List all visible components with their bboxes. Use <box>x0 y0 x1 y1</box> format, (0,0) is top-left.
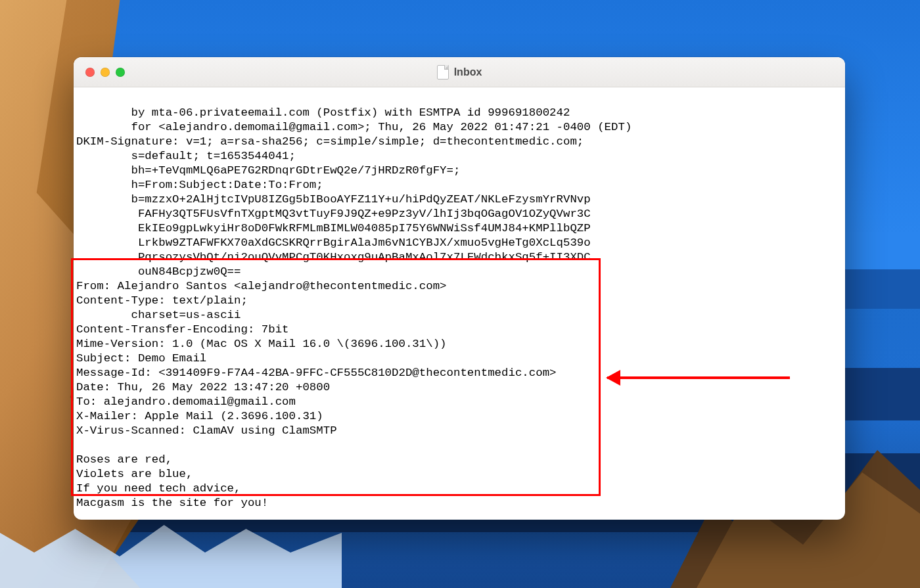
annotation-arrow <box>607 376 790 379</box>
close-button[interactable] <box>85 68 95 77</box>
header-cte: Content-Transfer-Encoding: 7bit <box>76 323 289 336</box>
header-subject: Subject: Demo Email <box>76 352 206 365</box>
window-controls <box>85 68 125 77</box>
header-date: Date: Thu, 26 May 2022 13:47:20 +0800 <box>76 381 330 394</box>
header-dkim-b4: Lrkbw9ZTAFWFKX70aXdGCSKRQrrBgirAlaJm6vN1… <box>76 237 591 249</box>
header-message-id: Message-Id: <391409F9-F7A4-42BA-9FFC-CF5… <box>76 367 557 379</box>
header-dkim-b6: ouN84Bcpjzw0Q== <box>76 265 241 278</box>
body-line-4: Macgasm is the site for you! <box>76 497 268 509</box>
header-received-by: by mta-06.privateemail.com (Postfix) wit… <box>76 106 570 119</box>
window-title: Inbox <box>454 66 482 78</box>
textedit-window: Inbox by mta-06.privateemail.com (Postfi… <box>74 57 845 520</box>
header-charset: charset=us-ascii <box>76 309 241 321</box>
header-dkim-b5: PqrsozysVbQt/ni2ouQVvMPCgT0KHxoxg9uApBaM… <box>76 251 591 263</box>
minimize-button[interactable] <box>101 68 110 77</box>
header-dkim-b1: b=mzzxO+2AlHjtcIVpU8IZGg5bIBooAYFZ11Y+u/… <box>76 193 591 206</box>
header-dkim-signature: DKIM-Signature: v=1; a=rsa-sha256; c=sim… <box>76 135 584 148</box>
body-line-2: Violets are blue, <box>76 468 193 480</box>
header-content-type: Content-Type: text/plain; <box>76 294 248 307</box>
header-dkim-b2: FAFHy3QT5FUsVfnTXgptMQ3vtTuyF9J9QZ+e9Pz3… <box>76 208 591 220</box>
header-received-for: for <alejandro.demomail@gmail.com>; Thu,… <box>76 121 632 133</box>
body-line-1: Roses are red, <box>76 453 172 466</box>
header-x-virus: X-Virus-Scanned: ClamAV using ClamSMTP <box>76 424 337 437</box>
header-dkim-b3: EkIEo9gpLwkyiHr8oD0FWkRFMLmBIMLW04085pI7… <box>76 222 591 235</box>
header-to: To: alejandro.demomail@gmail.com <box>76 396 296 408</box>
header-x-mailer: X-Mailer: Apple Mail (2.3696.100.31) <box>76 410 323 422</box>
document-icon <box>437 65 449 79</box>
header-dkim-bh: bh=+TeVqmMLQ6aPE7G2RDnqrGDtrEwQ2e/7jHRDz… <box>76 164 460 177</box>
body-line-3: If you need tech advice, <box>76 482 241 495</box>
header-mime-version: Mime-Version: 1.0 (Mac OS X Mail 16.0 \(… <box>76 338 447 350</box>
window-titlebar[interactable]: Inbox <box>74 57 845 87</box>
email-raw-source[interactable]: by mta-06.privateemail.com (Postfix) wit… <box>74 87 845 517</box>
zoom-button[interactable] <box>116 68 125 77</box>
header-from: From: Alejandro Santos <alejandro@thecon… <box>76 280 447 292</box>
header-dkim-h: h=From:Subject:Date:To:From; <box>76 179 323 191</box>
header-dkim-s: s=default; t=1653544041; <box>76 150 296 162</box>
